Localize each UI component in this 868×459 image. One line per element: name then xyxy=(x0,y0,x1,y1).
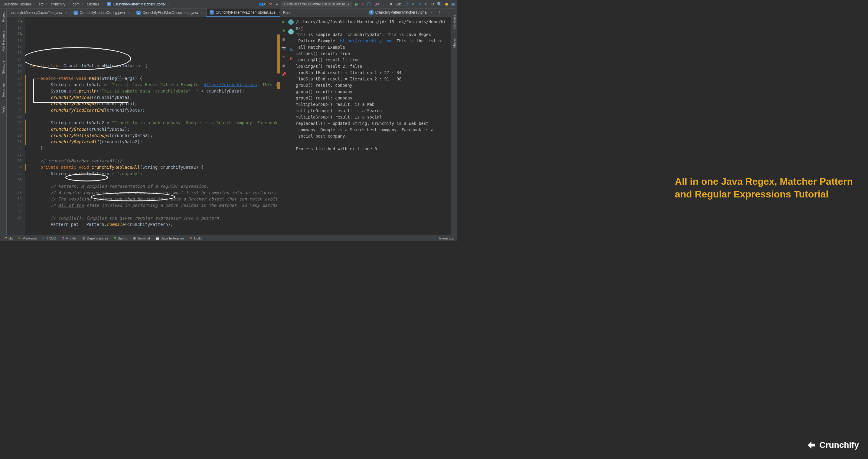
gutter-line[interactable]: 26 xyxy=(7,113,22,120)
dump-icon[interactable]: 📷 xyxy=(281,45,286,50)
users-icon[interactable]: 👥▾ xyxy=(259,2,266,6)
breadcrumb-item[interactable]: com xyxy=(72,2,80,6)
minimize-icon[interactable]: — xyxy=(444,10,447,15)
gutter-line[interactable]: 33 xyxy=(7,158,22,164)
breadcrumb-item[interactable]: src xyxy=(39,2,43,6)
code-line[interactable]: // A regular expression, specified as a … xyxy=(30,190,277,196)
gutter-line[interactable]: 21 xyxy=(7,82,22,88)
gutter-run-icon[interactable]: ▶ xyxy=(21,31,22,37)
code-line[interactable]: crunchifyReplaceAll(crunchifyData2); xyxy=(25,139,277,145)
code-line[interactable]: String crunchifyData = "This is Java Reg… xyxy=(25,82,277,88)
git-update-icon[interactable]: ↻ xyxy=(424,2,428,6)
coverage-icon[interactable]: ◯ xyxy=(367,2,371,6)
gutter-line[interactable]: 20 xyxy=(7,75,22,82)
stop-run-icon[interactable]: ■ xyxy=(282,37,285,41)
gutter-line[interactable]: 11▶ xyxy=(7,18,22,25)
event-log[interactable]: ☰Event Log xyxy=(435,236,454,240)
breadcrumb-item[interactable]: crunchify xyxy=(51,2,65,6)
code-line[interactable] xyxy=(30,177,277,183)
run-icon[interactable]: ▶ xyxy=(355,2,359,6)
code-line[interactable]: // All of the state involved in performi… xyxy=(30,202,277,209)
gutter-line[interactable]: 30 xyxy=(7,139,22,145)
ball-2[interactable] xyxy=(288,29,294,34)
gutter-line[interactable]: 25 xyxy=(7,107,22,113)
close-icon[interactable]: × xyxy=(128,10,130,15)
exit-icon[interactable]: ✖ xyxy=(282,55,285,59)
gutter-line[interactable]: 36 xyxy=(7,177,22,183)
gutter-line[interactable]: 42 xyxy=(7,215,22,221)
print-icon[interactable]: 🖶 xyxy=(289,48,293,52)
spring-tool[interactable]: ✿Spring xyxy=(114,236,127,240)
rerun-icon[interactable]: ▶ xyxy=(282,19,285,24)
code-line[interactable]: Pattern pat = Pattern.compile(crunchifyP… xyxy=(30,221,277,228)
code-line[interactable] xyxy=(30,209,277,215)
gutter-line[interactable]: 15 xyxy=(7,43,22,50)
todo-tool[interactable]: ☑TODO xyxy=(42,236,57,240)
gutter-line[interactable]: 16 xyxy=(7,50,22,56)
gutter-line[interactable]: 37 xyxy=(7,183,22,190)
gutter-line[interactable]: 19 xyxy=(7,69,22,75)
run-settings-icon[interactable]: ⚙ xyxy=(282,28,285,33)
git-commit-icon[interactable]: ✔ xyxy=(412,2,415,6)
code-line[interactable]: public class CrunchifyPatternMatcherTuto… xyxy=(30,63,277,69)
stop-icon[interactable]: ■ xyxy=(390,2,392,6)
code-line[interactable]: } xyxy=(30,145,277,152)
editor-tab[interactable]: CCrunchifyUpdateConfig.java× xyxy=(70,8,133,17)
attach-icon[interactable]: … xyxy=(383,2,387,6)
learn-icon[interactable]: ▣ xyxy=(451,2,455,6)
gutter-line[interactable]: 40 xyxy=(7,202,22,209)
debug-icon[interactable]: ⌖ xyxy=(362,1,364,7)
code-line[interactable] xyxy=(30,113,277,120)
gutter-line[interactable]: 39 xyxy=(7,196,22,202)
code-area[interactable]: public class CrunchifyPatternMatcherTuto… xyxy=(25,17,277,235)
ide-settings-icon[interactable]: ⬣ xyxy=(445,2,448,6)
down-icon[interactable]: ↓ xyxy=(290,39,292,43)
hammer-icon[interactable]: ⚒ xyxy=(269,2,273,6)
java-ee-tool[interactable]: ☕Java Enterprise xyxy=(155,236,184,240)
gutter-line[interactable]: 32 xyxy=(7,152,22,158)
deps-tool[interactable]: ▦Dependencies xyxy=(82,236,108,240)
gutter-line[interactable]: 38 xyxy=(7,190,22,196)
breadcrumb-item[interactable]: CrunchifyPatternMatcherTutorial xyxy=(114,2,165,6)
code-line[interactable]: String crunchifyPattern = "company"; xyxy=(30,171,277,177)
ball-1[interactable] xyxy=(288,19,294,25)
profile-icon[interactable]: ◔▾ xyxy=(374,2,380,6)
toolwindow-favorites[interactable]: Favorites xyxy=(1,83,5,97)
code-line[interactable]: private static void crunchifyReplaceAll(… xyxy=(25,164,277,171)
gutter-line[interactable]: 35 xyxy=(7,171,22,177)
code-line[interactable]: public static void main(String[] args) { xyxy=(25,75,277,82)
pin-icon[interactable]: 📌 xyxy=(281,72,286,76)
close-icon[interactable]: × xyxy=(201,10,203,15)
gutter-line[interactable]: 27 xyxy=(7,120,22,126)
gutter-line[interactable]: 24 xyxy=(7,101,22,107)
gutter-line[interactable]: 31 xyxy=(7,145,22,152)
gutter-line[interactable]: 14 xyxy=(7,37,22,43)
close-icon[interactable]: × xyxy=(430,10,433,14)
code-line[interactable]: String crunchifyData2 = "Crunchify is a … xyxy=(25,120,277,126)
trash-icon[interactable]: 🗑 xyxy=(289,56,293,61)
toolwindow-project[interactable]: Project xyxy=(1,11,5,22)
minimap[interactable] xyxy=(277,17,280,235)
back-icon[interactable]: ◂ xyxy=(276,2,278,6)
breadcrumb-item[interactable]: CrunchifyTutorials xyxy=(2,2,31,6)
git-branch-icon[interactable]: ⎇ xyxy=(404,2,409,6)
gutter-line[interactable]: 18 xyxy=(7,63,22,69)
more-icon[interactable]: ⋮ xyxy=(437,10,441,15)
code-line[interactable] xyxy=(30,152,277,158)
gutter-line[interactable]: 28 xyxy=(7,126,22,132)
editor-tab[interactable]: unchifyInMemoryCacheTest.java× xyxy=(7,8,70,17)
gutter-line[interactable]: 22 xyxy=(7,88,22,94)
gutter-line[interactable]: 13▶ xyxy=(7,31,22,37)
toolwindow-database[interactable]: Database xyxy=(453,14,456,29)
code-line[interactable]: crunchifyMultipleGroups(crunchifyData2); xyxy=(25,132,277,139)
build-tool[interactable]: ⚒Build xyxy=(190,236,202,240)
code-line[interactable]: crunchifyFindStartEnd(crunchifyData); xyxy=(25,107,277,113)
code-line[interactable]: crunchifyLookingAt(crunchifyData); xyxy=(25,101,277,107)
problems-tool[interactable]: ⚠Problems xyxy=(18,236,37,240)
gutter-line[interactable]: 17 xyxy=(7,56,22,63)
code-line[interactable] xyxy=(30,69,277,75)
gutter-line[interactable]: 12 xyxy=(7,25,22,31)
profiler-tool[interactable]: ◔Profiler xyxy=(62,236,77,240)
toolwindow-web[interactable]: Web xyxy=(1,106,5,113)
code-line[interactable]: // crunchifyMatcher.replaceAll() xyxy=(30,158,277,164)
